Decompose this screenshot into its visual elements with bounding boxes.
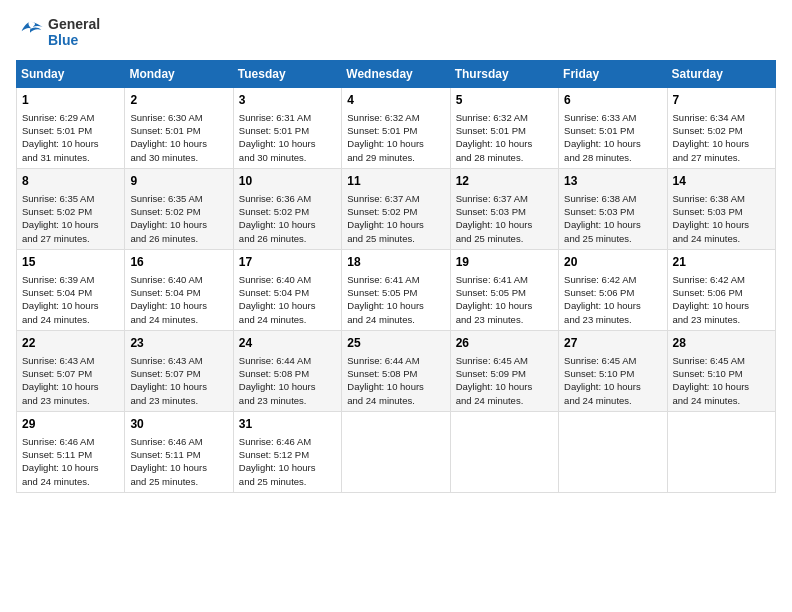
- calendar-cell: [667, 411, 775, 492]
- calendar-cell: 25Sunrise: 6:44 AMSunset: 5:08 PMDayligh…: [342, 330, 450, 411]
- calendar-body: 1Sunrise: 6:29 AMSunset: 5:01 PMDaylight…: [17, 88, 776, 493]
- calendar-cell: 12Sunrise: 6:37 AMSunset: 5:03 PMDayligh…: [450, 168, 558, 249]
- day-number: 21: [673, 254, 770, 271]
- day-number: 4: [347, 92, 444, 109]
- day-number: 12: [456, 173, 553, 190]
- day-info: Sunrise: 6:41 AMSunset: 5:05 PMDaylight:…: [347, 273, 444, 326]
- day-info: Sunrise: 6:46 AMSunset: 5:11 PMDaylight:…: [130, 435, 227, 488]
- day-info: Sunrise: 6:36 AMSunset: 5:02 PMDaylight:…: [239, 192, 336, 245]
- calendar-cell: 17Sunrise: 6:40 AMSunset: 5:04 PMDayligh…: [233, 249, 341, 330]
- calendar-cell: 26Sunrise: 6:45 AMSunset: 5:09 PMDayligh…: [450, 330, 558, 411]
- calendar-cell: 27Sunrise: 6:45 AMSunset: 5:10 PMDayligh…: [559, 330, 667, 411]
- calendar-cell: 10Sunrise: 6:36 AMSunset: 5:02 PMDayligh…: [233, 168, 341, 249]
- day-number: 18: [347, 254, 444, 271]
- day-info: Sunrise: 6:32 AMSunset: 5:01 PMDaylight:…: [456, 111, 553, 164]
- calendar-cell: 5Sunrise: 6:32 AMSunset: 5:01 PMDaylight…: [450, 88, 558, 169]
- day-info: Sunrise: 6:33 AMSunset: 5:01 PMDaylight:…: [564, 111, 661, 164]
- dow-wednesday: Wednesday: [342, 61, 450, 88]
- day-info: Sunrise: 6:32 AMSunset: 5:01 PMDaylight:…: [347, 111, 444, 164]
- calendar-week-2: 8Sunrise: 6:35 AMSunset: 5:02 PMDaylight…: [17, 168, 776, 249]
- calendar-cell: 19Sunrise: 6:41 AMSunset: 5:05 PMDayligh…: [450, 249, 558, 330]
- dow-tuesday: Tuesday: [233, 61, 341, 88]
- day-info: Sunrise: 6:45 AMSunset: 5:09 PMDaylight:…: [456, 354, 553, 407]
- day-info: Sunrise: 6:46 AMSunset: 5:11 PMDaylight:…: [22, 435, 119, 488]
- day-info: Sunrise: 6:40 AMSunset: 5:04 PMDaylight:…: [239, 273, 336, 326]
- day-number: 24: [239, 335, 336, 352]
- day-info: Sunrise: 6:37 AMSunset: 5:03 PMDaylight:…: [456, 192, 553, 245]
- calendar-cell: 30Sunrise: 6:46 AMSunset: 5:11 PMDayligh…: [125, 411, 233, 492]
- calendar-cell: 16Sunrise: 6:40 AMSunset: 5:04 PMDayligh…: [125, 249, 233, 330]
- day-info: Sunrise: 6:43 AMSunset: 5:07 PMDaylight:…: [22, 354, 119, 407]
- day-info: Sunrise: 6:30 AMSunset: 5:01 PMDaylight:…: [130, 111, 227, 164]
- day-of-week-header-row: SundayMondayTuesdayWednesdayThursdayFrid…: [17, 61, 776, 88]
- day-number: 26: [456, 335, 553, 352]
- day-number: 19: [456, 254, 553, 271]
- day-number: 27: [564, 335, 661, 352]
- day-info: Sunrise: 6:39 AMSunset: 5:04 PMDaylight:…: [22, 273, 119, 326]
- day-info: Sunrise: 6:35 AMSunset: 5:02 PMDaylight:…: [130, 192, 227, 245]
- day-info: Sunrise: 6:40 AMSunset: 5:04 PMDaylight:…: [130, 273, 227, 326]
- calendar-week-4: 22Sunrise: 6:43 AMSunset: 5:07 PMDayligh…: [17, 330, 776, 411]
- calendar-cell: 2Sunrise: 6:30 AMSunset: 5:01 PMDaylight…: [125, 88, 233, 169]
- day-number: 5: [456, 92, 553, 109]
- day-info: Sunrise: 6:38 AMSunset: 5:03 PMDaylight:…: [564, 192, 661, 245]
- calendar-cell: 1Sunrise: 6:29 AMSunset: 5:01 PMDaylight…: [17, 88, 125, 169]
- dow-sunday: Sunday: [17, 61, 125, 88]
- day-number: 2: [130, 92, 227, 109]
- day-number: 1: [22, 92, 119, 109]
- calendar-cell: 20Sunrise: 6:42 AMSunset: 5:06 PMDayligh…: [559, 249, 667, 330]
- day-number: 11: [347, 173, 444, 190]
- day-number: 10: [239, 173, 336, 190]
- day-number: 29: [22, 416, 119, 433]
- day-info: Sunrise: 6:35 AMSunset: 5:02 PMDaylight:…: [22, 192, 119, 245]
- calendar-cell: 24Sunrise: 6:44 AMSunset: 5:08 PMDayligh…: [233, 330, 341, 411]
- day-info: Sunrise: 6:38 AMSunset: 5:03 PMDaylight:…: [673, 192, 770, 245]
- day-number: 9: [130, 173, 227, 190]
- day-number: 14: [673, 173, 770, 190]
- calendar-cell: 9Sunrise: 6:35 AMSunset: 5:02 PMDaylight…: [125, 168, 233, 249]
- calendar-cell: 23Sunrise: 6:43 AMSunset: 5:07 PMDayligh…: [125, 330, 233, 411]
- day-info: Sunrise: 6:41 AMSunset: 5:05 PMDaylight:…: [456, 273, 553, 326]
- day-info: Sunrise: 6:46 AMSunset: 5:12 PMDaylight:…: [239, 435, 336, 488]
- day-number: 25: [347, 335, 444, 352]
- day-info: Sunrise: 6:42 AMSunset: 5:06 PMDaylight:…: [564, 273, 661, 326]
- calendar-cell: 13Sunrise: 6:38 AMSunset: 5:03 PMDayligh…: [559, 168, 667, 249]
- calendar-cell: 6Sunrise: 6:33 AMSunset: 5:01 PMDaylight…: [559, 88, 667, 169]
- calendar-cell: 22Sunrise: 6:43 AMSunset: 5:07 PMDayligh…: [17, 330, 125, 411]
- day-info: Sunrise: 6:42 AMSunset: 5:06 PMDaylight:…: [673, 273, 770, 326]
- dow-monday: Monday: [125, 61, 233, 88]
- logo-icon: [16, 20, 44, 44]
- day-info: Sunrise: 6:45 AMSunset: 5:10 PMDaylight:…: [673, 354, 770, 407]
- day-number: 16: [130, 254, 227, 271]
- calendar-cell: 3Sunrise: 6:31 AMSunset: 5:01 PMDaylight…: [233, 88, 341, 169]
- day-info: Sunrise: 6:45 AMSunset: 5:10 PMDaylight:…: [564, 354, 661, 407]
- day-number: 22: [22, 335, 119, 352]
- calendar-week-3: 15Sunrise: 6:39 AMSunset: 5:04 PMDayligh…: [17, 249, 776, 330]
- dow-saturday: Saturday: [667, 61, 775, 88]
- calendar-cell: 18Sunrise: 6:41 AMSunset: 5:05 PMDayligh…: [342, 249, 450, 330]
- day-number: 3: [239, 92, 336, 109]
- day-info: Sunrise: 6:44 AMSunset: 5:08 PMDaylight:…: [347, 354, 444, 407]
- calendar-cell: 7Sunrise: 6:34 AMSunset: 5:02 PMDaylight…: [667, 88, 775, 169]
- day-number: 8: [22, 173, 119, 190]
- calendar-week-1: 1Sunrise: 6:29 AMSunset: 5:01 PMDaylight…: [17, 88, 776, 169]
- day-number: 15: [22, 254, 119, 271]
- day-number: 6: [564, 92, 661, 109]
- calendar-cell: [450, 411, 558, 492]
- calendar-cell: 14Sunrise: 6:38 AMSunset: 5:03 PMDayligh…: [667, 168, 775, 249]
- calendar-cell: 31Sunrise: 6:46 AMSunset: 5:12 PMDayligh…: [233, 411, 341, 492]
- logo: General Blue: [16, 16, 100, 48]
- calendar-cell: 15Sunrise: 6:39 AMSunset: 5:04 PMDayligh…: [17, 249, 125, 330]
- calendar-cell: 21Sunrise: 6:42 AMSunset: 5:06 PMDayligh…: [667, 249, 775, 330]
- page-header: General Blue: [16, 16, 776, 48]
- day-number: 31: [239, 416, 336, 433]
- calendar-week-5: 29Sunrise: 6:46 AMSunset: 5:11 PMDayligh…: [17, 411, 776, 492]
- calendar-cell: 4Sunrise: 6:32 AMSunset: 5:01 PMDaylight…: [342, 88, 450, 169]
- day-number: 13: [564, 173, 661, 190]
- day-info: Sunrise: 6:37 AMSunset: 5:02 PMDaylight:…: [347, 192, 444, 245]
- day-info: Sunrise: 6:43 AMSunset: 5:07 PMDaylight:…: [130, 354, 227, 407]
- day-number: 30: [130, 416, 227, 433]
- day-number: 7: [673, 92, 770, 109]
- day-number: 20: [564, 254, 661, 271]
- dow-thursday: Thursday: [450, 61, 558, 88]
